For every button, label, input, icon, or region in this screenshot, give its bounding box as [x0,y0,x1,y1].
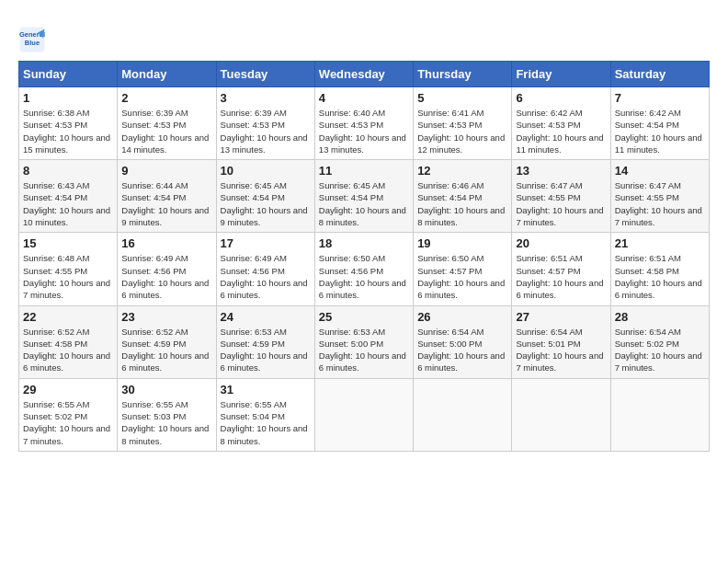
day-cell: 22 Sunrise: 6:52 AMSunset: 4:58 PMDaylig… [19,305,118,378]
day-info: Sunrise: 6:39 AMSunset: 4:53 PMDaylight:… [221,107,311,155]
column-header-thursday: Thursday [414,62,512,87]
day-number: 22 [23,310,113,324]
day-cell: 24 Sunrise: 6:53 AMSunset: 4:59 PMDaylig… [216,305,314,378]
week-row-1: 1 Sunrise: 6:38 AMSunset: 4:53 PMDayligh… [19,87,710,160]
day-info: Sunrise: 6:41 AMSunset: 4:53 PMDaylight:… [417,107,507,155]
day-number: 4 [319,91,409,105]
column-header-sunday: Sunday [19,62,118,87]
week-row-4: 22 Sunrise: 6:52 AMSunset: 4:58 PMDaylig… [19,305,710,378]
day-info: Sunrise: 6:49 AMSunset: 4:56 PMDaylight:… [221,252,311,301]
day-cell: 11 Sunrise: 6:45 AMSunset: 4:54 PMDaylig… [314,160,413,233]
day-info: Sunrise: 6:44 AMSunset: 4:54 PMDaylight:… [121,179,211,228]
day-number: 8 [23,164,113,178]
day-cell: 25 Sunrise: 6:53 AMSunset: 5:00 PMDaylig… [314,305,413,378]
page-header: General Blue [18,22,710,53]
day-info: Sunrise: 6:52 AMSunset: 4:58 PMDaylight:… [23,326,113,374]
day-number: 3 [221,91,311,105]
day-number: 20 [516,236,606,250]
day-info: Sunrise: 6:47 AMSunset: 4:55 PMDaylight:… [516,179,606,228]
day-info: Sunrise: 6:39 AMSunset: 4:53 PMDaylight:… [121,107,211,155]
day-cell: 23 Sunrise: 6:52 AMSunset: 4:59 PMDaylig… [118,305,216,378]
day-number: 7 [615,91,705,105]
day-cell: 19 Sunrise: 6:50 AMSunset: 4:57 PMDaylig… [414,233,512,305]
column-header-friday: Friday [512,62,610,87]
day-info: Sunrise: 6:48 AMSunset: 4:55 PMDaylight:… [23,252,113,301]
day-number: 30 [121,383,211,396]
column-header-wednesday: Wednesday [314,62,413,87]
day-number: 25 [319,310,409,324]
day-number: 16 [121,236,211,250]
day-number: 14 [615,164,705,178]
day-cell: 7 Sunrise: 6:42 AMSunset: 4:54 PMDayligh… [610,87,709,160]
header-row: SundayMondayTuesdayWednesdayThursdayFrid… [19,62,710,87]
day-cell: 9 Sunrise: 6:44 AMSunset: 4:54 PMDayligh… [118,160,216,233]
day-info: Sunrise: 6:55 AMSunset: 5:02 PMDaylight:… [23,398,113,447]
day-number: 19 [417,236,507,250]
day-cell: 16 Sunrise: 6:49 AMSunset: 4:56 PMDaylig… [118,233,216,305]
day-cell: 4 Sunrise: 6:40 AMSunset: 4:53 PMDayligh… [314,87,413,160]
day-cell: 30 Sunrise: 6:55 AMSunset: 5:03 PMDaylig… [118,378,216,451]
svg-text:Blue: Blue [25,39,40,47]
day-number: 10 [221,164,311,178]
day-number: 13 [516,164,606,178]
day-cell: 31 Sunrise: 6:55 AMSunset: 5:04 PMDaylig… [216,378,314,451]
day-cell: 10 Sunrise: 6:45 AMSunset: 4:54 PMDaylig… [216,160,314,233]
day-info: Sunrise: 6:46 AMSunset: 4:54 PMDaylight:… [417,179,507,228]
day-info: Sunrise: 6:45 AMSunset: 4:54 PMDaylight:… [319,179,409,228]
day-cell: 1 Sunrise: 6:38 AMSunset: 4:53 PMDayligh… [19,87,118,160]
day-cell [610,378,709,451]
day-info: Sunrise: 6:50 AMSunset: 4:57 PMDaylight:… [417,252,507,301]
day-info: Sunrise: 6:38 AMSunset: 4:53 PMDaylight:… [23,107,113,155]
day-cell: 5 Sunrise: 6:41 AMSunset: 4:53 PMDayligh… [414,87,512,160]
day-info: Sunrise: 6:52 AMSunset: 4:59 PMDaylight:… [121,326,211,374]
day-cell [512,378,610,451]
day-info: Sunrise: 6:50 AMSunset: 4:56 PMDaylight:… [319,252,409,301]
day-info: Sunrise: 6:40 AMSunset: 4:53 PMDaylight:… [319,107,409,155]
day-cell: 27 Sunrise: 6:54 AMSunset: 5:01 PMDaylig… [512,305,610,378]
day-number: 1 [23,91,113,105]
day-cell: 15 Sunrise: 6:48 AMSunset: 4:55 PMDaylig… [19,233,118,305]
day-cell: 26 Sunrise: 6:54 AMSunset: 5:00 PMDaylig… [414,305,512,378]
day-cell: 29 Sunrise: 6:55 AMSunset: 5:02 PMDaylig… [19,378,118,451]
day-number: 23 [121,310,211,324]
day-info: Sunrise: 6:51 AMSunset: 4:57 PMDaylight:… [516,252,606,301]
day-info: Sunrise: 6:54 AMSunset: 5:00 PMDaylight:… [417,326,507,374]
column-header-tuesday: Tuesday [216,62,314,87]
day-cell: 12 Sunrise: 6:46 AMSunset: 4:54 PMDaylig… [414,160,512,233]
week-row-2: 8 Sunrise: 6:43 AMSunset: 4:54 PMDayligh… [19,160,710,233]
calendar-table: SundayMondayTuesdayWednesdayThursdayFrid… [18,61,710,452]
day-info: Sunrise: 6:49 AMSunset: 4:56 PMDaylight:… [121,252,211,301]
day-number: 9 [121,164,211,178]
day-cell: 13 Sunrise: 6:47 AMSunset: 4:55 PMDaylig… [512,160,610,233]
day-number: 24 [221,310,311,324]
day-info: Sunrise: 6:43 AMSunset: 4:54 PMDaylight:… [23,179,113,228]
day-number: 29 [23,383,113,396]
day-info: Sunrise: 6:42 AMSunset: 4:53 PMDaylight:… [516,107,606,155]
day-number: 27 [516,310,606,324]
day-number: 15 [23,236,113,250]
day-number: 18 [319,236,409,250]
day-info: Sunrise: 6:55 AMSunset: 5:03 PMDaylight:… [121,398,211,447]
day-info: Sunrise: 6:53 AMSunset: 4:59 PMDaylight:… [221,326,311,374]
logo-icon: General Blue [18,26,46,53]
day-cell: 3 Sunrise: 6:39 AMSunset: 4:53 PMDayligh… [216,87,314,160]
column-header-saturday: Saturday [610,62,709,87]
day-cell: 2 Sunrise: 6:39 AMSunset: 4:53 PMDayligh… [118,87,216,160]
day-number: 5 [417,91,507,105]
day-info: Sunrise: 6:53 AMSunset: 5:00 PMDaylight:… [319,326,409,374]
week-row-3: 15 Sunrise: 6:48 AMSunset: 4:55 PMDaylig… [19,233,710,305]
logo: General Blue [18,26,50,53]
day-cell: 8 Sunrise: 6:43 AMSunset: 4:54 PMDayligh… [19,160,118,233]
day-cell: 28 Sunrise: 6:54 AMSunset: 5:02 PMDaylig… [610,305,709,378]
day-cell: 20 Sunrise: 6:51 AMSunset: 4:57 PMDaylig… [512,233,610,305]
day-info: Sunrise: 6:45 AMSunset: 4:54 PMDaylight:… [221,179,311,228]
day-cell: 6 Sunrise: 6:42 AMSunset: 4:53 PMDayligh… [512,87,610,160]
day-cell: 17 Sunrise: 6:49 AMSunset: 4:56 PMDaylig… [216,233,314,305]
day-number: 11 [319,164,409,178]
day-number: 26 [417,310,507,324]
week-row-5: 29 Sunrise: 6:55 AMSunset: 5:02 PMDaylig… [19,378,710,451]
day-number: 17 [221,236,311,250]
day-cell: 21 Sunrise: 6:51 AMSunset: 4:58 PMDaylig… [610,233,709,305]
day-number: 2 [121,91,211,105]
day-cell [314,378,413,451]
